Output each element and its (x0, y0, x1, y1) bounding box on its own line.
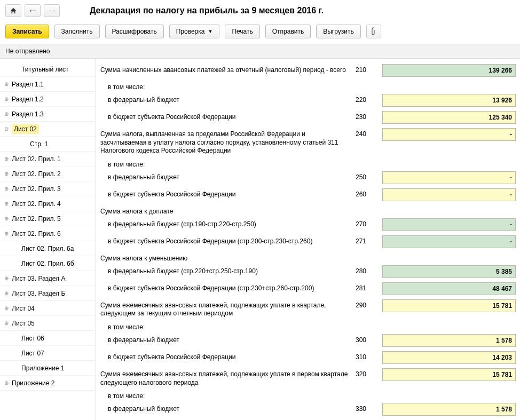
caret-icon: ▼ (208, 29, 212, 34)
value-input[interactable] (382, 368, 516, 381)
check-label: Проверка (176, 28, 205, 35)
expand-icon[interactable]: ⊕ (3, 216, 10, 222)
expand-icon[interactable]: ⊕ (3, 380, 10, 386)
save-button[interactable]: Записать (5, 25, 49, 38)
expand-icon[interactable]: ⊕ (3, 320, 10, 327)
expand-icon[interactable]: ⊕ (3, 305, 10, 312)
tree-item[interactable]: ⊕Лист 02. Прил. 3 (0, 181, 96, 196)
tree-item[interactable]: ⊕Лист 03. Раздел А (0, 271, 96, 286)
page-title: Декларация по налогу на прибыль за 9 мес… (90, 6, 324, 15)
decode-button[interactable]: Расшифровать (105, 25, 164, 38)
expand-icon[interactable]: ⊕ (3, 156, 10, 162)
value-input[interactable] (382, 171, 516, 184)
form-row: в федеральный бюджет300 (100, 334, 516, 348)
form-row: Сумма ежемесячных авансовых платежей, по… (100, 368, 516, 387)
tree-item[interactable]: Лист 02. Прил. 6а (0, 241, 96, 256)
row-value-cell (382, 351, 516, 364)
expand-icon[interactable]: ⊕ (3, 81, 10, 88)
expand-icon[interactable]: ⊕ (3, 186, 10, 192)
expand-icon[interactable]: ⊕ (3, 290, 10, 297)
form-row: Сумма ежемесячных авансовых платежей, по… (100, 299, 516, 318)
value-input[interactable] (382, 282, 516, 295)
value-input[interactable] (382, 334, 516, 347)
row-value-cell (382, 188, 516, 201)
tree-item[interactable]: ⊕Лист 02. Прил. 5 (0, 211, 96, 226)
row-desc: в бюджет субъекта Российской Федерации (100, 188, 356, 199)
tree-item[interactable]: ⊕Лист 03. Раздел Б (0, 286, 96, 301)
forward-button[interactable]: 🡒 (44, 4, 60, 17)
tree-item[interactable]: ⊕Приложение 2 (0, 376, 96, 391)
row-desc: в федеральный бюджет (100, 403, 356, 414)
home-button[interactable] (5, 4, 21, 17)
form-row: Сумма налога, выплаченная за пределами Р… (100, 128, 516, 155)
section-title: в том числе: (100, 390, 516, 403)
value-input[interactable] (382, 218, 516, 231)
value-input[interactable] (382, 351, 516, 364)
row-code: 271 (356, 235, 382, 245)
value-input[interactable] (382, 299, 516, 312)
tree-item[interactable]: Лист 02. Прил. 6б (0, 256, 96, 271)
form-row: в бюджет субъекта Российской Федерации26… (100, 188, 516, 202)
sidebar: Титульный лист⊕Раздел 1.1⊕Раздел 1.2⊕Раз… (0, 59, 96, 420)
tree-item[interactable]: ⊕Лист 02. Прил. 4 (0, 196, 96, 211)
row-desc: в федеральный бюджет (100, 334, 356, 345)
row-value-cell (382, 334, 516, 347)
value-input[interactable] (382, 111, 516, 124)
content: Сумма начисленных авансовых платежей за … (96, 59, 520, 420)
value-input[interactable] (382, 94, 516, 107)
check-button[interactable]: Проверка▼ (169, 25, 220, 38)
row-desc: в бюджет субъекта Российской Федерации (100, 351, 356, 362)
tree-item-label: Раздел 1.1 (12, 81, 44, 88)
row-code: 330 (356, 403, 382, 413)
expand-icon[interactable]: ⊕ (3, 171, 10, 177)
tree-item[interactable]: ⊕Лист 02. Прил. 1 (0, 152, 96, 167)
tree-item[interactable]: ⊕Лист 02. Прил. 6 (0, 226, 96, 241)
expand-icon[interactable]: ⊕ (3, 275, 10, 282)
row-code: 310 (356, 351, 382, 361)
value-input[interactable] (382, 235, 516, 248)
tree-item[interactable]: ⊕Лист 04 (0, 301, 96, 316)
form-row: в бюджет субъекта Российской Федерации31… (100, 351, 516, 365)
row-code: 250 (356, 171, 382, 181)
tree-item-label: Лист 03. Раздел А (12, 275, 65, 282)
form-row: в бюджет субъекта Российской Федерации (… (100, 282, 516, 296)
send-button[interactable]: Отправить (265, 25, 311, 38)
expand-icon[interactable]: ⊕ (3, 111, 10, 117)
export-button[interactable]: Выгрузить (316, 25, 361, 38)
tree-item[interactable]: ⊕Раздел 1.1 (0, 77, 96, 92)
attach-button[interactable] (366, 25, 381, 38)
row-code: 300 (356, 334, 382, 344)
section-title: Сумма налога к доплате (100, 205, 516, 218)
fill-button[interactable]: Заполнить (54, 25, 100, 38)
tree-item[interactable]: ⊕Раздел 1.2 (0, 92, 96, 107)
expand-icon[interactable]: ⊕ (3, 231, 10, 237)
tree-item-label: Лист 02 (12, 124, 39, 134)
tree-item[interactable]: ⊕Раздел 1.3 (0, 107, 96, 122)
print-button[interactable]: Печать (225, 25, 259, 38)
row-value-cell (382, 368, 516, 381)
back-button[interactable]: 🡐 (25, 4, 41, 17)
value-input[interactable] (382, 403, 516, 416)
row-code: 240 (356, 128, 382, 138)
row-code: 220 (356, 94, 382, 104)
tree-item[interactable]: ⊕Лист 02. Прил. 2 (0, 167, 96, 181)
collapse-icon[interactable]: ⊖ (3, 126, 10, 132)
tree-item[interactable]: ⊕Лист 05 (0, 316, 96, 331)
row-value-cell (382, 282, 516, 295)
tree-item[interactable]: Приложение 1 (0, 361, 96, 376)
row-value-cell (382, 218, 516, 231)
value-input[interactable] (382, 265, 516, 278)
tree-item[interactable]: Лист 07 (0, 346, 96, 361)
tree-item[interactable]: Стр. 1 (0, 137, 96, 152)
expand-icon[interactable]: ⊕ (3, 201, 10, 207)
value-input[interactable] (382, 188, 516, 201)
value-input[interactable] (382, 128, 516, 141)
row-code: 280 (356, 265, 382, 275)
tree-item[interactable]: Титульный лист (0, 62, 96, 77)
expand-icon[interactable]: ⊕ (3, 96, 10, 102)
value-input[interactable] (382, 64, 516, 77)
tree-item[interactable]: ⊖Лист 02 (0, 122, 96, 137)
tree-item[interactable]: Лист 06 (0, 331, 96, 346)
row-desc: в бюджет субъекта Российской Федерации (100, 111, 356, 122)
row-value-cell (382, 128, 516, 141)
